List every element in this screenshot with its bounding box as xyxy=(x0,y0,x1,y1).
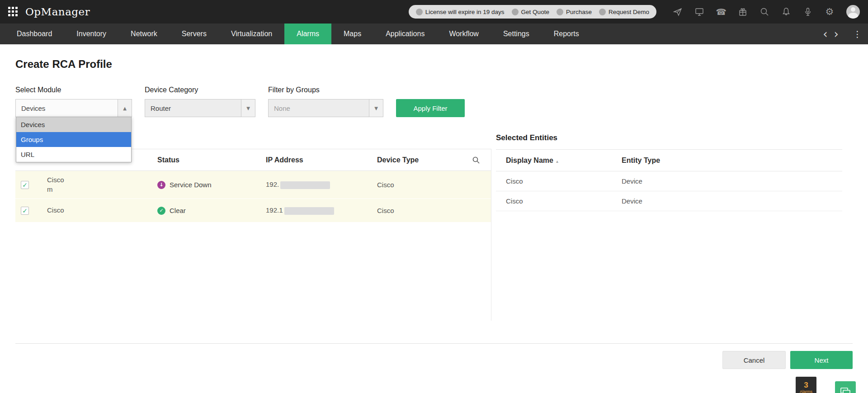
filter-form: Select Module Devices Devices Groups URL… xyxy=(15,86,853,117)
row-checkbox[interactable] xyxy=(21,207,29,215)
footer-divider xyxy=(15,343,853,344)
tab-settings[interactable]: Settings xyxy=(491,24,542,44)
gear-icon[interactable] xyxy=(825,7,835,17)
device-category-value: Router xyxy=(145,99,241,117)
device-name-cell: Cisco m xyxy=(41,175,151,194)
redacted-ip xyxy=(284,207,334,215)
select-module-options: Devices Groups URL xyxy=(16,117,132,162)
entity-name: Cisco xyxy=(496,177,612,185)
search-icon[interactable] xyxy=(760,7,769,17)
app-logo[interactable]: OpManager xyxy=(25,6,90,18)
license-icon xyxy=(416,9,423,15)
tab-workflow[interactable]: Workflow xyxy=(437,24,491,44)
status-cell: Clear xyxy=(151,207,259,215)
cancel-button[interactable]: Cancel xyxy=(722,351,786,369)
entity-type: Device xyxy=(612,197,729,205)
entity-name: Cisco xyxy=(496,197,612,205)
redacted-ip xyxy=(280,181,330,189)
tab-maps[interactable]: Maps xyxy=(331,24,373,44)
table-row[interactable]: Cisco m Service Down 192. Cisco xyxy=(15,171,491,199)
get-quote-link[interactable]: Get Quote xyxy=(512,9,549,15)
device-type-cell: Cisco xyxy=(371,181,466,189)
trash-icon[interactable] xyxy=(729,197,739,206)
ip-cell: 192. xyxy=(259,180,371,189)
chevron-up-icon[interactable] xyxy=(118,99,132,117)
apply-filter-button[interactable]: Apply Filter xyxy=(396,99,465,117)
option-devices[interactable]: Devices xyxy=(16,117,131,132)
filter-by-groups-field: Filter by Groups None xyxy=(268,86,383,117)
entity-type: Device xyxy=(612,177,729,185)
alarm-count-badge[interactable]: 3 Alarms xyxy=(796,377,816,393)
table-row[interactable]: Cisco Clear 192.1 Cisco xyxy=(15,199,491,223)
mic-icon[interactable] xyxy=(803,7,813,17)
status-cell: Service Down xyxy=(151,181,259,189)
next-button[interactable]: Next xyxy=(790,351,853,369)
list-item: Cisco Device xyxy=(496,191,842,211)
device-category-label: Device Category xyxy=(145,86,255,94)
selected-entities-title: Selected Entities xyxy=(496,133,853,142)
select-module-label: Select Module xyxy=(15,86,132,94)
tab-dashboard[interactable]: Dashboard xyxy=(5,24,64,44)
chevron-right-icon[interactable] xyxy=(834,28,839,40)
col-entity-type[interactable]: Entity Type xyxy=(612,156,729,165)
screen-share-button[interactable] xyxy=(835,381,856,393)
tab-inventory[interactable]: Inventory xyxy=(64,24,118,44)
ip-cell: 192.1 xyxy=(259,206,371,215)
main-content: Create RCA Profile Select Module Devices… xyxy=(0,58,868,369)
selected-entities-panel: Selected Entities Display Name Entity Ty… xyxy=(491,133,853,321)
chevron-left-icon[interactable] xyxy=(823,28,827,40)
trash-icon[interactable] xyxy=(729,177,739,186)
select-module-value: Devices xyxy=(16,99,118,117)
filter-by-groups-value: None xyxy=(269,99,369,117)
row-checkbox[interactable] xyxy=(21,181,29,189)
alarm-count-label: Alarms xyxy=(800,389,812,393)
device-name-cell: Cisco xyxy=(41,206,151,215)
chevron-down-icon[interactable] xyxy=(241,99,255,117)
kebab-menu-icon[interactable] xyxy=(853,29,862,39)
tab-alarms[interactable]: Alarms xyxy=(284,24,331,44)
page-title: Create RCA Profile xyxy=(15,58,853,71)
avatar[interactable] xyxy=(846,5,860,19)
col-ip-address[interactable]: IP Address xyxy=(259,156,371,164)
main-nav: Dashboard Inventory Network Servers Virt… xyxy=(0,24,868,44)
purchase-link[interactable]: Purchase xyxy=(557,9,592,15)
tab-applications[interactable]: Applications xyxy=(373,24,437,44)
device-category-dropdown[interactable]: Router xyxy=(145,99,255,117)
demo-icon xyxy=(599,9,606,15)
gift-icon[interactable] xyxy=(738,7,748,17)
clear-status-icon xyxy=(157,207,165,215)
service-down-icon xyxy=(157,181,165,189)
alarm-count: 3 xyxy=(804,381,808,390)
filter-by-groups-dropdown[interactable]: None xyxy=(268,99,383,117)
request-demo-link[interactable]: Request Demo xyxy=(599,9,649,15)
option-groups[interactable]: Groups xyxy=(16,132,131,147)
tab-network[interactable]: Network xyxy=(118,24,170,44)
content-split: Device Name Status IP Address Device Typ… xyxy=(15,133,853,321)
option-url[interactable]: URL xyxy=(16,147,131,162)
purchase-icon xyxy=(557,9,563,15)
phone-icon[interactable] xyxy=(716,7,726,17)
license-expiry-label: License will expire in 19 days xyxy=(425,9,505,15)
select-module-field: Select Module Devices Devices Groups URL xyxy=(15,86,132,117)
paper-plane-icon[interactable] xyxy=(673,7,683,17)
bell-icon[interactable] xyxy=(781,7,791,17)
tab-reports[interactable]: Reports xyxy=(542,24,591,44)
apps-grid-icon[interactable] xyxy=(8,7,18,17)
table-search-icon[interactable] xyxy=(466,156,491,164)
license-pill: License will expire in 19 days Get Quote… xyxy=(409,5,656,19)
footer-actions: Cancel Next xyxy=(15,351,853,369)
col-status[interactable]: Status xyxy=(151,156,259,164)
col-display-name[interactable]: Display Name xyxy=(496,156,612,165)
sort-icon[interactable] xyxy=(556,159,558,164)
col-device-type[interactable]: Device Type xyxy=(371,156,466,164)
tab-virtualization[interactable]: Virtualization xyxy=(219,24,284,44)
license-expiry-text: License will expire in 19 days xyxy=(416,9,505,15)
chevron-down-icon[interactable] xyxy=(369,99,383,117)
quote-icon xyxy=(512,9,519,15)
selected-entities-header: Display Name Entity Type xyxy=(496,150,842,171)
select-module-dropdown[interactable]: Devices Devices Groups URL xyxy=(15,99,132,117)
screen-share-icon[interactable] xyxy=(694,7,704,17)
device-type-cell: Cisco xyxy=(371,207,466,214)
list-item: Cisco Device xyxy=(496,171,842,191)
tab-servers[interactable]: Servers xyxy=(170,24,219,44)
